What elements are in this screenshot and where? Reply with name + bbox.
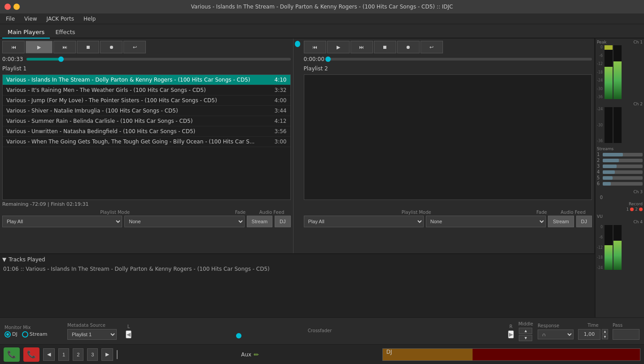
- p2-stop-btn[interactable]: ⏹: [374, 41, 396, 53]
- player2-playlist-label: Playlist 2: [304, 65, 592, 73]
- time-up-btn[interactable]: ▲: [602, 329, 608, 334]
- time-value: 1,00: [578, 329, 600, 340]
- ch2-bar1: [605, 107, 613, 143]
- p2-play-btn[interactable]: ▶: [327, 41, 350, 53]
- menu-jack-ports[interactable]: JACK Ports: [43, 15, 78, 23]
- pass-bar[interactable]: [613, 329, 640, 340]
- tracks-played-header[interactable]: ▼ Tracks Played: [2, 256, 592, 263]
- p1-fade-label: Fade: [229, 210, 252, 215]
- crossfader-label: Crossfader: [136, 328, 504, 333]
- track-item[interactable]: Various - It's Raining Men - The Weather…: [3, 85, 290, 95]
- player1-remaining: Remaining -72:09 | Finish 02:19:31: [2, 200, 291, 208]
- ch4-bar1: [605, 225, 613, 270]
- p1-audiofeed-label: Audio Feed: [254, 210, 290, 215]
- p2-record-btn[interactable]: ⏺: [397, 41, 420, 53]
- window-controls[interactable]: [4, 4, 20, 10]
- player1-track-list[interactable]: Various - Islands In The Stream - Dolly …: [2, 74, 291, 200]
- middle-down-btn[interactable]: ▼: [519, 335, 532, 341]
- ch1-bar2: [613, 61, 622, 99]
- vu-label: VU: [597, 214, 643, 219]
- stream-row-2: 2: [597, 158, 643, 163]
- stream-row-3: 3: [597, 164, 643, 169]
- p1-stream-button[interactable]: Stream: [247, 216, 272, 227]
- p1-playlist-mode-select[interactable]: Play All: [2, 216, 122, 227]
- player1-seek[interactable]: [26, 58, 290, 61]
- aux-section: Aux ✏: [121, 351, 378, 358]
- time-down-btn[interactable]: ▼: [602, 334, 608, 339]
- monitor-stream-label: Stream: [30, 331, 48, 337]
- title-bar: Various - Islands In The Stream - Dolly …: [0, 0, 644, 13]
- vu-meters: Peak Ch 1 0-6-12-18-24-30-36 Ch 2 -24-30…: [595, 39, 644, 317]
- monitor-dj-radio[interactable]: DJ: [4, 331, 18, 338]
- p1-replay-btn[interactable]: ↩: [123, 41, 146, 53]
- player1-controls: ⏮ ▶ ⏭ ⏹ ⏺ ↩: [2, 41, 291, 53]
- track-item[interactable]: Various - Islands In The Stream - Dolly …: [3, 75, 290, 85]
- transport-prev-btn[interactable]: ◀: [43, 348, 55, 361]
- player1-progress-bar: 0:00:33: [2, 56, 291, 62]
- record-ch2: 2: [635, 207, 638, 212]
- p2-next-btn[interactable]: ⏭: [350, 41, 373, 53]
- p2-prev-btn[interactable]: ⏮: [304, 41, 326, 53]
- ch1-bar1: [605, 67, 613, 99]
- transport-1-btn[interactable]: 1: [58, 348, 69, 361]
- p1-next-btn[interactable]: ⏭: [53, 41, 76, 53]
- p1-dj-button[interactable]: DJ: [275, 216, 290, 227]
- response-select[interactable]: ∩: [538, 329, 574, 339]
- monitor-dj-label: DJ: [12, 331, 18, 337]
- track-item[interactable]: Various - Unwritten - Natasha Bedingfiel…: [3, 126, 290, 137]
- transport-2-btn[interactable]: 2: [73, 348, 83, 361]
- crossfader-left-arrow[interactable]: ◀: [126, 330, 131, 338]
- record-ch1: 1: [626, 207, 629, 212]
- middle-label: Middle: [518, 321, 533, 326]
- ch2-bar2: [613, 107, 622, 143]
- menu-file[interactable]: File: [2, 15, 18, 23]
- p1-fade-select[interactable]: None: [124, 216, 244, 227]
- p2-audiofeed-label: Audio Feed: [555, 210, 591, 215]
- peak-label: Peak: [597, 40, 606, 44]
- menu-bar: File View JACK Ports Help: [0, 13, 644, 24]
- tracks-played-section: ▼ Tracks Played 01:06 :: Various - Islan…: [0, 254, 595, 317]
- metadata-select[interactable]: Playlist 1: [67, 329, 117, 340]
- p1-stop-btn[interactable]: ⏹: [77, 41, 99, 53]
- ch2-label: Ch 2: [597, 102, 643, 106]
- p2-replay-btn[interactable]: ↩: [421, 41, 443, 53]
- metadata-section: Metadata Source Playlist 1: [67, 323, 121, 340]
- track-item[interactable]: Various - Summer Rain - Belinda Carlisle…: [3, 116, 290, 126]
- middle-section: Middle ▲ ▼: [518, 321, 533, 341]
- p1-play-btn[interactable]: ▶: [26, 41, 53, 53]
- player1: ⏮ ▶ ⏭ ⏹ ⏺ ↩ 0:00:33 Playlist 1: [0, 39, 294, 253]
- response-section: Response ∩: [538, 323, 574, 339]
- track-item[interactable]: Various - When The Going Gets Tough, The…: [3, 137, 290, 147]
- phone-red-btn[interactable]: 📞: [23, 347, 39, 362]
- player2-seek[interactable]: [328, 58, 592, 61]
- time-label: Time: [578, 323, 608, 328]
- p2-playlist-mode-select[interactable]: Play All: [304, 216, 424, 227]
- ch1-peak1: [605, 45, 613, 50]
- track-item[interactable]: Various - Shiver - Natalie Imbruglia - (…: [3, 106, 290, 116]
- menu-view[interactable]: View: [21, 15, 40, 23]
- tabs: Main Players Effects: [0, 24, 644, 39]
- tab-main-players[interactable]: Main Players: [2, 26, 50, 39]
- transport-next-btn[interactable]: ▶: [101, 348, 113, 361]
- crossfader-section: Crossfader: [136, 328, 504, 334]
- p1-record-btn[interactable]: ⏺: [100, 41, 123, 53]
- time-control: 1,00 ▲ ▼: [578, 329, 608, 340]
- tab-effects[interactable]: Effects: [50, 26, 80, 39]
- phone-green-btn[interactable]: 📞: [4, 347, 20, 362]
- p2-fade-select[interactable]: None: [426, 216, 546, 227]
- track-item[interactable]: Various - Jump (For My Love) - The Point…: [3, 95, 290, 106]
- transport-3-btn[interactable]: 3: [87, 348, 98, 361]
- p2-dj-button[interactable]: DJ: [576, 216, 592, 227]
- p2-stream-button[interactable]: Stream: [548, 216, 574, 227]
- middle-up-btn[interactable]: ▲: [519, 328, 532, 334]
- crossfader-right-arrow[interactable]: ▶: [508, 330, 514, 338]
- minimize-button[interactable]: [13, 4, 20, 10]
- time-section: Time 1,00 ▲ ▼: [578, 323, 608, 340]
- monitor-stream-radio[interactable]: Stream: [22, 331, 48, 338]
- menu-help[interactable]: Help: [80, 15, 99, 23]
- close-button[interactable]: [4, 4, 11, 10]
- player2-track-list[interactable]: [304, 74, 592, 200]
- crossfader-r-label: R: [509, 324, 513, 329]
- monitor-stream-radio-circle: [22, 331, 28, 338]
- p1-prev-btn[interactable]: ⏮: [2, 41, 25, 53]
